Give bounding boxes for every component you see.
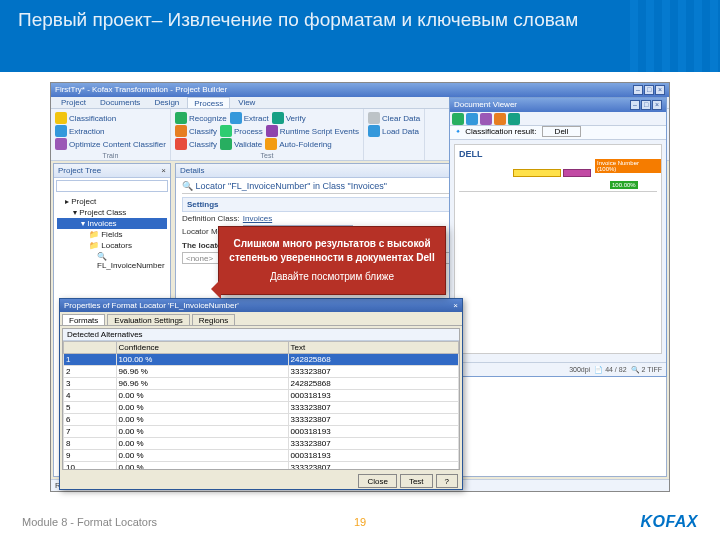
btn-process[interactable]: Process bbox=[220, 125, 263, 137]
tab-regions[interactable]: Regions bbox=[192, 314, 235, 325]
tool-icon bbox=[466, 113, 478, 125]
page-number: 19 bbox=[354, 516, 366, 528]
slide-footer: Module 8 - Format Locators 19 KOFAX bbox=[0, 504, 720, 540]
tab-documents[interactable]: Documents bbox=[94, 97, 146, 108]
maximize-icon: □ bbox=[641, 100, 651, 110]
docviewer-status: 300dpi 📄 44 / 82 🔍 2 TIFF bbox=[450, 362, 666, 376]
window-controls[interactable]: –□× bbox=[632, 83, 665, 97]
document-viewer-window: Document Viewer –□× 🔹 Classification res… bbox=[449, 97, 667, 377]
tool-icon bbox=[480, 113, 492, 125]
table-row: 90.00 %000318193 bbox=[64, 450, 459, 462]
brand-logo: KOFAX bbox=[640, 513, 698, 531]
properties-buttons: Close Test ? bbox=[60, 472, 462, 490]
slide-title: Первый проект– Извлечение по форматам и … bbox=[18, 8, 702, 33]
tree-fl-invoicenumber: 🔍 FL_InvoiceNumber bbox=[57, 251, 167, 271]
window-title: FirstTry* - Kofax Transformation - Proje… bbox=[55, 83, 227, 97]
search-input[interactable] bbox=[56, 180, 168, 192]
btn-load-data[interactable]: Load Data bbox=[368, 125, 419, 137]
table-row: 296.96 %333323807 bbox=[64, 366, 459, 378]
ribbon-group-test: Recognize Extract Verify Classify Proces… bbox=[171, 109, 364, 160]
btn-classification[interactable]: Classification bbox=[55, 112, 116, 124]
ribbon-group-data: Clear Data Load Data bbox=[364, 109, 425, 160]
minimize-icon: – bbox=[630, 100, 640, 110]
ribbon-group-train: Classification Extraction Optimize Conte… bbox=[51, 109, 171, 160]
tool-icon bbox=[508, 113, 520, 125]
callout-box: Слишком много результатов с высокой степ… bbox=[218, 226, 446, 295]
close-icon: × bbox=[655, 85, 665, 95]
btn-extract[interactable]: Extract bbox=[230, 112, 269, 124]
btn-clear-data[interactable]: Clear Data bbox=[368, 112, 420, 124]
table-row: 1100.00 %242825868 bbox=[64, 354, 459, 366]
docviewer-titlebar: Document Viewer –□× bbox=[450, 98, 666, 112]
btn-recognize[interactable]: Recognize bbox=[175, 112, 227, 124]
table-row: 70.00 %000318193 bbox=[64, 426, 459, 438]
play-icon bbox=[452, 113, 464, 125]
alternatives-table[interactable]: ConfidenceText 1100.00 %242825868 296.96… bbox=[63, 341, 459, 470]
table-row: 40.00 %000318193 bbox=[64, 390, 459, 402]
highlight-yellow bbox=[513, 169, 561, 177]
project-tree-header: Project Tree bbox=[58, 166, 101, 175]
btn-classify2[interactable]: Classify bbox=[175, 138, 217, 150]
callout-text-1: Слишком много результатов с высокой степ… bbox=[229, 237, 435, 264]
module-label: Module 8 - Format Locators bbox=[22, 516, 157, 528]
btn-optimize[interactable]: Optimize Content Classifier bbox=[55, 138, 166, 150]
overlay-invoice-number: Invoice Number (100%) bbox=[595, 159, 661, 173]
table-row: 396.96 %242825868 bbox=[64, 378, 459, 390]
document-page[interactable]: DELL Invoice Number (100%) 100.00% bbox=[454, 144, 662, 354]
details-header: Details bbox=[180, 166, 204, 175]
tab-process[interactable]: Process bbox=[187, 97, 230, 108]
doc-logo: DELL bbox=[459, 149, 657, 159]
btn-extraction[interactable]: Extraction bbox=[55, 125, 105, 137]
table-row: 80.00 %333323807 bbox=[64, 438, 459, 450]
highlight-purple bbox=[563, 169, 591, 177]
tab-formats[interactable]: Formats bbox=[62, 314, 105, 325]
help-button[interactable]: ? bbox=[436, 474, 458, 488]
minimize-icon: – bbox=[633, 85, 643, 95]
properties-titlebar: Properties of Format Locator 'FL_Invoice… bbox=[60, 299, 462, 312]
tab-view[interactable]: View bbox=[232, 97, 261, 108]
docviewer-toolbar[interactable] bbox=[450, 112, 666, 126]
maximize-icon: □ bbox=[644, 85, 654, 95]
classification-bar: 🔹 Classification result: Dell bbox=[450, 126, 666, 140]
locator-title: Locator "FL_InvoiceNumber" in Class "Inv… bbox=[196, 181, 387, 191]
definition-class-label: Definition Class: bbox=[182, 214, 240, 223]
classification-result[interactable]: Dell bbox=[542, 126, 582, 137]
btn-runtime[interactable]: Runtime Script Events bbox=[266, 125, 359, 137]
tab-design[interactable]: Design bbox=[148, 97, 185, 108]
panel-close-icon[interactable]: × bbox=[161, 166, 166, 175]
btn-verify[interactable]: Verify bbox=[272, 112, 306, 124]
properties-dialog: Properties of Format Locator 'FL_Invoice… bbox=[59, 298, 463, 490]
window-titlebar: FirstTry* - Kofax Transformation - Proje… bbox=[51, 83, 669, 97]
table-row: 50.00 %333323807 bbox=[64, 402, 459, 414]
tree-invoices: ▾ Invoices bbox=[57, 218, 167, 229]
properties-body: Detected Alternatives ConfidenceText 110… bbox=[62, 328, 460, 470]
close-button[interactable]: Close bbox=[358, 474, 396, 488]
btn-validate[interactable]: Validate bbox=[220, 138, 262, 150]
btn-classify[interactable]: Classify bbox=[175, 125, 217, 137]
title-corner-graphic bbox=[630, 0, 720, 72]
detected-alternatives-header: Detected Alternatives bbox=[63, 329, 459, 341]
close-icon: × bbox=[652, 100, 662, 110]
tree-root: ▸ Project bbox=[57, 196, 167, 207]
callout-text-2: Давайте посмотрим ближе bbox=[229, 270, 435, 284]
tree-project-class: ▾ Project Class bbox=[57, 207, 167, 218]
tab-evaluation[interactable]: Evaluation Settings bbox=[107, 314, 190, 325]
test-button[interactable]: Test bbox=[400, 474, 433, 488]
tool-icon bbox=[494, 113, 506, 125]
slide-title-band: Первый проект– Извлечение по форматам и … bbox=[0, 0, 720, 72]
definition-class-value: Invoices bbox=[243, 214, 272, 223]
overlay-confidence: 100.00% bbox=[610, 181, 638, 189]
btn-autofolder[interactable]: Auto-Foldering bbox=[265, 138, 331, 150]
tree-fields: 📁 Fields bbox=[57, 229, 167, 240]
tree-locators: 📁 Locators bbox=[57, 240, 167, 251]
table-row: 60.00 %333323807 bbox=[64, 414, 459, 426]
tab-project[interactable]: Project bbox=[55, 97, 92, 108]
properties-tabs[interactable]: Formats Evaluation Settings Regions bbox=[60, 312, 462, 326]
table-row: 100.00 %333323807 bbox=[64, 462, 459, 471]
close-icon[interactable]: × bbox=[453, 299, 458, 312]
